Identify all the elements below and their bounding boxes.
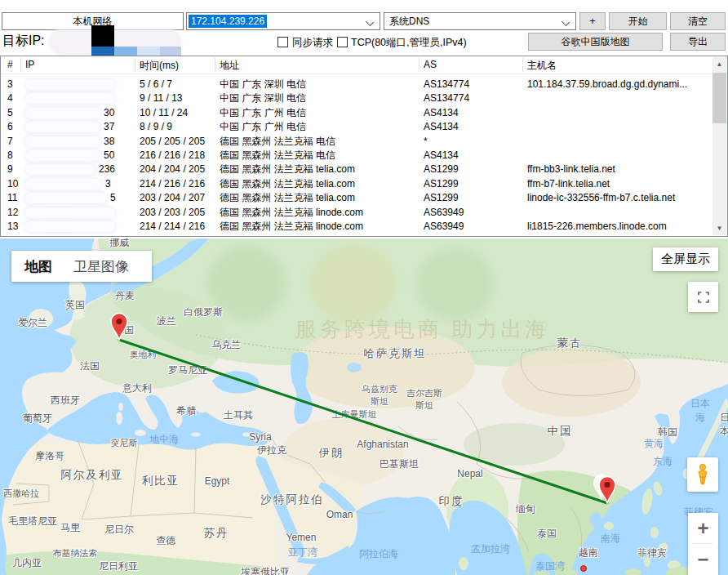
censor-blob — [25, 164, 95, 175]
water-label: 日本海 — [686, 397, 714, 425]
export-button[interactable]: 导出 — [670, 33, 726, 51]
table-row[interactable]: 6378 / 9 / 9中国 广东 广州 电信AS4134 — [1, 120, 712, 134]
hostname: ffm-bb3-link.telia.net — [527, 163, 615, 176]
map-type-control[interactable]: 地图 卫星图像 — [11, 251, 152, 282]
map-label: 西班牙 — [51, 394, 80, 408]
scroll-down-icon[interactable]: ▼ — [712, 221, 726, 235]
as-number: AS134774 — [424, 91, 469, 105]
map-label: 法国 — [80, 359, 100, 373]
start-button[interactable]: 开始 — [609, 12, 667, 30]
censor-blob — [25, 193, 107, 203]
route-map[interactable]: 服务跨境电商 助力出海 挪威丹麦英国爱尔兰波兰白俄罗斯德国乌克兰法国奥地利罗马尼… — [0, 238, 728, 575]
table-row[interactable]: 103214 / 216 / 216德国 黑森州 法兰克福 telia.comA… — [1, 177, 712, 191]
hop-number: 3 — [7, 78, 13, 91]
map-label: 土库曼斯坦 — [332, 408, 377, 421]
map-type-satellite[interactable]: 卫星图像 — [73, 257, 129, 276]
map-label: 爱尔兰 — [18, 316, 47, 330]
sync-request-checkbox[interactable] — [277, 37, 288, 47]
map-label: 德国 — [114, 323, 134, 337]
censor-block — [91, 25, 114, 47]
table-row[interactable]: 13214 / 214 / 216德国 黑森州 法兰克福 linode.comA… — [1, 220, 712, 234]
google-china-map-button[interactable]: 谷歌中国版地图 — [528, 33, 663, 51]
hostname: li1815-226.members.linode.com — [527, 220, 667, 234]
as-number: AS1299 — [424, 191, 459, 205]
column-header[interactable]: 时间(ms) — [140, 59, 179, 72]
water-label: 亚丁湾 — [288, 546, 317, 559]
map-label: 丹麦 — [115, 289, 135, 303]
water-label: 阿拉伯海 — [359, 547, 398, 561]
target-ip-label: 目标IP: — [2, 31, 45, 51]
latency-times: 203 / 203 / 205 — [140, 206, 205, 220]
hostname: 101.184.37.59.broad.dg.gd.dynami... — [527, 78, 687, 91]
map-label: 苏丹 — [204, 526, 229, 541]
censored-ip-cell: 37 — [25, 120, 138, 134]
hop-number: 12 — [7, 206, 18, 220]
hop-number: 7 — [7, 135, 13, 149]
pegman-icon — [694, 463, 712, 486]
target-ip-combobox[interactable]: 172.104.239.226 — [186, 12, 380, 30]
map-label: Oman — [326, 509, 353, 520]
chevron-down-icon[interactable] — [366, 18, 374, 26]
table-row[interactable]: 738205 / 205 / 205德国 黑森州 法兰克福 电信* — [1, 135, 712, 149]
clear-button[interactable]: 清空 — [670, 12, 726, 30]
map-type-map[interactable]: 地图 — [24, 257, 52, 276]
censor-blob — [25, 93, 115, 104]
map-label: 突尼斯 — [111, 437, 138, 449]
map-label: 波兰 — [157, 314, 176, 328]
water-label: 东海 — [653, 455, 673, 469]
map-label: 意大利 — [122, 381, 152, 395]
add-button[interactable]: + — [579, 12, 606, 30]
map-label: 几内亚 — [12, 556, 42, 570]
latency-times: 216 / 216 / 218 — [140, 149, 205, 163]
map-label: 乌克兰 — [211, 338, 241, 352]
table-scrollbar[interactable]: ▲ ▼ — [712, 57, 726, 235]
column-header[interactable]: # — [7, 59, 13, 72]
dns-select[interactable]: 系统DNS — [384, 12, 576, 30]
column-header[interactable]: AS — [424, 59, 437, 72]
map-label: Nepal — [457, 468, 482, 479]
map-label: 泰国 — [537, 527, 557, 541]
hop-location: 中国 广东 深圳 电信 — [220, 91, 306, 105]
traceroute-app-window: 本机网络 172.104.239.226 系统DNS + 开始 清空 目标IP:… — [0, 0, 728, 575]
censored-ip-cell — [25, 78, 138, 91]
tcp-mode-checkbox[interactable] — [337, 37, 348, 47]
street-view-pegman[interactable] — [687, 457, 718, 492]
map-label: 利比亚 — [142, 474, 180, 488]
zoom-in-button[interactable]: + — [688, 513, 718, 543]
as-number: AS63949 — [424, 206, 464, 220]
hop-number: 11 — [7, 191, 17, 205]
table-row[interactable]: 53010 / 11 / 24中国 广东 广州 电信AS4134 — [1, 106, 712, 120]
map-label: 伊拉克 — [257, 444, 286, 457]
map-label: 尼日尔 — [104, 523, 134, 537]
column-header[interactable]: 主机名 — [527, 59, 557, 72]
hop-table: #IP时间(ms)地址AS主机名 35 / 6 / 7中国 广东 深圳 电信AS… — [0, 56, 728, 237]
chevron-down-icon[interactable] — [562, 18, 570, 26]
censored-ip-cell: 38 — [25, 135, 138, 149]
table-row[interactable]: 49 / 11 / 13中国 广东 深圳 电信AS134774 — [1, 91, 712, 105]
table-row[interactable]: 12203 / 203 / 205德国 黑森州 法兰克福 linode.comA… — [1, 206, 712, 220]
ip-visible-digits: 50 — [104, 149, 114, 163]
scrollbar-thumb[interactable] — [712, 73, 726, 123]
hop-number: 8 — [7, 149, 13, 163]
column-header[interactable]: IP — [25, 59, 34, 72]
scroll-up-icon[interactable]: ▲ — [712, 57, 726, 71]
fullscreen-tooltip: 全屏显示 — [653, 247, 718, 271]
hop-location: 德国 黑森州 法兰克福 电信 — [220, 149, 335, 163]
column-header[interactable]: 地址 — [220, 59, 239, 72]
fullscreen-button[interactable] — [688, 282, 718, 312]
map-label: 摩洛哥 — [35, 449, 64, 463]
hop-location: 德国 黑森州 法兰克福 telia.com — [220, 163, 355, 176]
table-row[interactable]: 9236204 / 204 / 205德国 黑森州 法兰克福 telia.com… — [1, 163, 712, 176]
table-row[interactable]: 115203 / 204 / 207德国 黑森州 法兰克福 telia.comA… — [1, 191, 712, 205]
as-number: AS4134 — [424, 106, 459, 120]
hop-location: 德国 黑森州 法兰克福 telia.com — [220, 191, 355, 205]
hop-location: 德国 黑森州 法兰克福 电信 — [220, 135, 335, 149]
ip-visible-digits: 38 — [104, 135, 114, 149]
table-row[interactable]: 35 / 6 / 7中国 广东 深圳 电信AS134774101.184.37.… — [1, 78, 712, 91]
table-row[interactable]: 850216 / 216 / 218德国 黑森州 法兰克福 电信AS4134 — [1, 149, 712, 163]
zoom-out-button[interactable]: − — [688, 544, 718, 574]
ip-visible-digits: 236 — [99, 163, 115, 176]
censor-block — [114, 47, 137, 56]
censor-blob — [25, 207, 115, 218]
map-label: 西撒哈拉 — [3, 488, 39, 500]
